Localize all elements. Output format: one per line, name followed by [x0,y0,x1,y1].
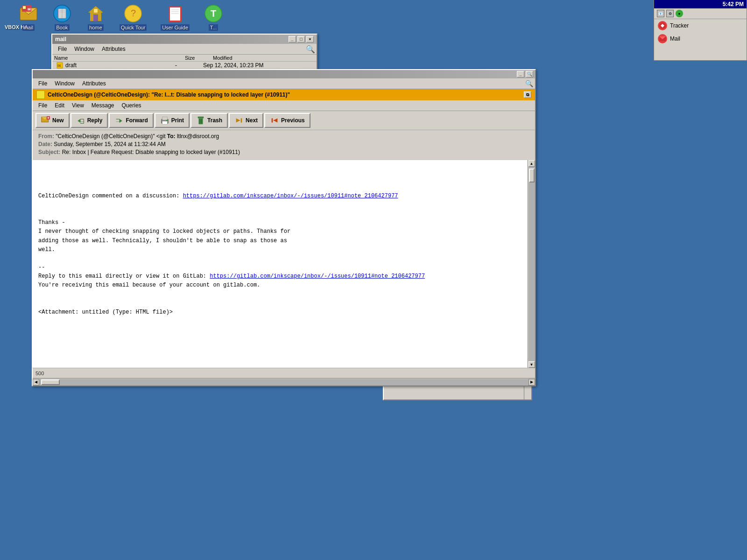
email-menu-file[interactable]: File [35,101,51,110]
filemanager-menu-window[interactable]: Window [70,45,98,53]
email-hscroll-thumb[interactable] [41,379,60,385]
filemanager-maximize-btn[interactable]: □ [297,36,305,42]
svg-rect-39 [162,121,167,124]
filemanager-menu-file[interactable]: File [54,45,70,53]
trash-button[interactable]: Trash [190,113,228,128]
email-body-line [38,254,522,263]
new-button-label: New [52,117,64,124]
app-icon-book[interactable]: Book [52,4,72,31]
email-hscroll-left[interactable]: ◀ [33,379,39,385]
trash-icon [196,116,205,125]
to-value: ltlnx@disroot.org [177,133,219,140]
email-subject-controls: ⧉ [524,91,531,98]
inbox-outer-controls: _ 🔍 [517,71,533,77]
email-body-text: CelticOneDesign commented on a discussio… [33,160,528,368]
email-status-num: 500 [35,371,44,376]
reply-icon [76,116,85,125]
email-scroll-up[interactable]: ▲ [529,160,535,167]
email-menu-message[interactable]: Message [88,101,118,110]
email-body-line: <Attachment: untitled (Type: HTML file)> [38,308,522,317]
svg-marker-45 [236,118,240,122]
app-icon-mail[interactable]: ✉ mail [19,4,38,31]
email-subject-copy-btn[interactable]: ⧉ [524,91,531,98]
email-body-line: Thanks - [38,218,522,227]
filemanager-titlebar[interactable]: mail _ □ × [52,35,317,44]
email-link[interactable]: https://gitlab.com/inkscape/inbox/-/issu… [210,273,425,280]
app-icon-home[interactable]: home [86,4,106,31]
email-body-line: I never thought of checking snapping to … [38,227,522,236]
forward-button[interactable]: Forward [109,113,153,128]
filemanager-info-btn[interactable]: 🔍 [306,45,315,53]
filemanager-window-controls: _ □ × [289,36,314,42]
tray-item-tracker[interactable]: Tracker [654,19,747,32]
next-icon [234,116,244,125]
inbox-minimize-btn[interactable]: _ [517,71,524,77]
draft-modified: Sep 12, 2024, 10:23 PM [203,62,313,69]
next-button-label: Next [246,117,258,124]
tray-small-icon-2: ⚙ [666,10,674,17]
svg-text:✉: ✉ [28,7,31,12]
svg-text:T: T [211,8,216,19]
from-value-text: "CelticOneDesign (@CelticOneDesign)" <gi… [56,133,165,140]
next-button[interactable]: Next [229,113,263,128]
email-body-line: CelticOneDesign commented on a discussio… [38,192,522,201]
draft-size: - [175,62,203,69]
filemanager-minimize-btn[interactable]: _ [289,36,296,42]
reply-button[interactable]: Reply [70,113,108,128]
inbox-info-btn[interactable]: 🔍 [526,71,533,77]
svg-rect-48 [272,118,273,122]
filemanager-menubar: File Window Attributes 🔍 [52,44,317,55]
email-subject-bar: CelticOneDesign (@CelticOneDesign): "Re:… [33,89,535,100]
email-list-footer-left [384,386,524,399]
email-body-line [38,290,522,299]
quicktour-app-icon: ? [123,4,143,23]
new-button[interactable]: New [35,113,70,128]
email-menu-edit[interactable]: Edit [51,101,68,110]
inbox-outer-titlebar[interactable]: _ 🔍 [33,70,535,78]
inbox-outer-menu-window[interactable]: Window [51,79,78,88]
email-link[interactable]: https://gitlab.com/inkscape/inbox/-/issu… [183,193,398,199]
tray-small-icon-1: 📧 [657,10,664,17]
fm-col-modified-header: Modified [213,55,315,61]
svg-rect-3 [23,6,26,9]
email-menu-view[interactable]: View [68,101,88,110]
email-subject-text: CelticOneDesign (@CelticOneDesign): "Re:… [48,91,290,98]
email-scroll-thumb[interactable] [529,168,535,182]
filemanager-close-btn[interactable]: × [306,36,314,42]
svg-point-40 [166,120,168,121]
print-icon [160,116,169,125]
app-icon-t[interactable]: T T... [204,4,223,31]
tracker-tray-icon [658,21,667,30]
fm-row-draft[interactable]: ✉ draft - Sep 12, 2024, 10:23 PM [52,62,317,69]
email-hscrollbar[interactable]: ◀ ▶ [33,378,535,385]
mail-app-label: mail [22,24,35,31]
email-body-line: Reply to this email directly or view it … [38,272,522,281]
system-tray: 5:42 PM 📧 ⚙ ● Tracker Mail [654,0,747,61]
email-scroll-down[interactable]: ▼ [529,361,535,368]
previous-button[interactable]: Previous [264,113,310,128]
email-vscrollbar[interactable]: ▲ ▼ [528,160,535,368]
email-menu-queries[interactable]: Queries [118,101,145,110]
subject-label: Subject: [38,149,60,155]
filemanager-menu-attributes[interactable]: Attributes [98,45,129,53]
tray-icons-row: 📧 ⚙ ● [654,8,747,19]
desktop-apps: ✉ mail Book home [19,4,223,31]
print-button[interactable]: Print [155,113,190,128]
home-app-icon [86,4,106,23]
app-icon-userguide[interactable]: User Guide [161,4,190,31]
email-hscroll-right[interactable]: ▶ [529,379,535,385]
email-body-line [38,299,522,308]
filemanager-column-headers: Name Size Modified [52,55,317,62]
email-hscroll-track [39,379,529,385]
inbox-outer-menu-attributes[interactable]: Attributes [78,79,110,88]
userguide-app-icon [165,4,185,23]
email-folder-icon [36,91,45,99]
inbox-outer-menu-file[interactable]: File [35,79,51,88]
t-app-icon: T [204,4,223,23]
previous-icon [270,116,279,125]
header-from-row: From: "CelticOneDesign (@CelticOneDesign… [38,133,529,140]
email-body-line [38,165,522,174]
tray-item-mail[interactable]: Mail [654,32,747,45]
header-subject-row: Subject: Re: Inbox | Feature Request: Di… [38,149,529,155]
app-icon-quicktour[interactable]: ? Quick Tour [120,4,147,31]
